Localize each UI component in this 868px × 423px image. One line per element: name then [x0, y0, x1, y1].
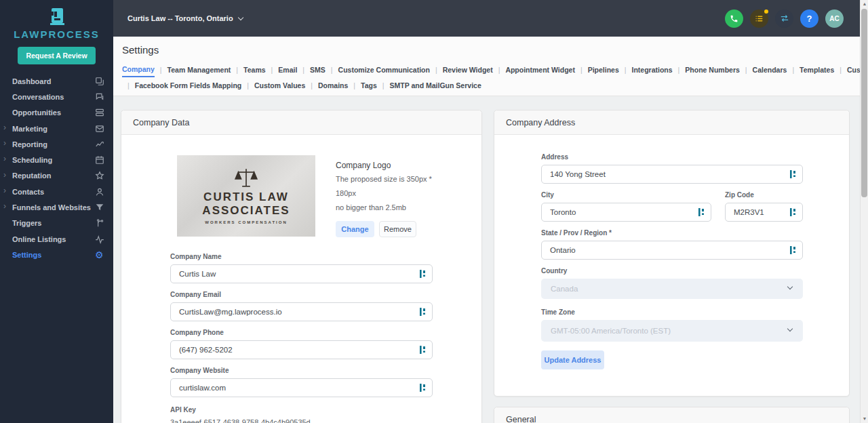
scroll-up-arrow-icon[interactable]: ▲ [861, 0, 868, 8]
topbar: Curtis Law -- Toronto, Ontario ? AC [113, 0, 868, 37]
city-input[interactable] [541, 203, 711, 222]
sidebar-item-settings[interactable]: Settings ⚙ [0, 247, 113, 262]
vertical-scrollbar[interactable]: ▲ ▼ [860, 0, 868, 423]
tab-custom-values[interactable]: Custom Values [241, 81, 305, 92]
update-address-button[interactable]: Update Address [541, 350, 604, 369]
tab-teams[interactable]: Teams [231, 66, 265, 77]
tab-smtp-mailgun[interactable]: SMTP and MailGun Service [377, 81, 481, 92]
location-selector-label: Curtis Law -- Toronto, Ontario [127, 14, 233, 22]
phone-button[interactable] [725, 9, 743, 28]
general-card-title: General [494, 407, 849, 423]
settings-tabs-row1: Company Team Management Teams Email SMS … [122, 65, 868, 77]
sidebar-item-contacts[interactable]: › Contacts [0, 184, 113, 199]
company-name-label: Company Name [170, 253, 433, 260]
company-phone-input[interactable] [170, 340, 433, 359]
company-logo-info: Company Logo The proposed size is 350px … [336, 155, 448, 237]
tab-calendars[interactable]: Calendars [740, 66, 787, 77]
tab-phone-numbers[interactable]: Phone Numbers [673, 66, 740, 77]
autofill-icon [790, 208, 797, 216]
tab-appointment-widget[interactable]: Appointment Widget [493, 66, 575, 77]
autofill-icon [420, 308, 427, 316]
logo-size-hint-1: The proposed size is 350px * [336, 174, 448, 184]
sidebar: LAWPROCESS Request A Review Dashboard Co… [0, 0, 113, 423]
sidebar-item-marketing[interactable]: › Marketing [0, 121, 113, 136]
change-logo-button[interactable]: Change [336, 221, 374, 237]
company-logo-section: CURTIS LAW ASSOCIATES Workers Compensati… [177, 155, 448, 237]
api-key-label: API Key [170, 406, 433, 414]
help-button[interactable]: ? [800, 9, 818, 28]
sidebar-item-triggers[interactable]: Triggers [0, 216, 113, 231]
sidebar-item-opportunities[interactable]: Opportunities [0, 105, 113, 121]
request-review-button[interactable]: Request A Review [18, 47, 96, 64]
chevron-down-icon [787, 326, 793, 331]
opportunities-icon [95, 108, 104, 117]
sidebar-item-dashboard[interactable]: Dashboard [0, 73, 113, 89]
general-card: General [494, 407, 850, 423]
tasks-button[interactable] [750, 9, 768, 28]
brand: LAWPROCESS [0, 0, 113, 40]
scales-of-justice-icon [233, 167, 260, 190]
sidebar-nav: Dashboard Conversations Opportunities › … [0, 73, 113, 263]
tab-tags[interactable]: Tags [348, 81, 376, 92]
tab-integrations[interactable]: Integrations [619, 66, 673, 77]
notification-dot [764, 9, 768, 14]
expand-chevron-icon: › [3, 123, 6, 132]
scrollbar-thumb[interactable] [861, 9, 867, 197]
brand-logo-text: LAWPROCESS [0, 28, 113, 40]
marketing-icon [95, 124, 104, 134]
address-input[interactable] [541, 165, 803, 184]
sidebar-item-online-listings[interactable]: Online Listings [0, 231, 113, 247]
reporting-icon [95, 140, 104, 149]
pulse-icon [95, 235, 104, 244]
tab-sms[interactable]: SMS [297, 66, 326, 77]
lawprocess-logo-icon [47, 7, 67, 27]
company-logo-preview: CURTIS LAW ASSOCIATES Workers Compensati… [177, 155, 315, 237]
country-select[interactable]: Canada [541, 279, 803, 299]
chevron-down-icon [237, 14, 243, 20]
avatar[interactable]: AC [825, 9, 844, 28]
timezone-select[interactable]: GMT-05:00 America/Toronto (EST) [541, 320, 803, 342]
tab-team-management[interactable]: Team Management [155, 66, 231, 77]
tab-pipelines[interactable]: Pipelines [575, 66, 619, 77]
chevron-down-icon [787, 284, 793, 289]
autofill-icon [790, 246, 797, 254]
sidebar-item-funnels[interactable]: › Funnels and Websites [0, 199, 113, 215]
tab-review-widget[interactable]: Review Widget [430, 66, 493, 77]
sidebar-item-scheduling[interactable]: › Scheduling [0, 152, 113, 167]
company-address-card: Company Address Address City Zip Code [494, 110, 850, 397]
company-email-input[interactable] [170, 302, 433, 321]
avatar-initials: AC [829, 15, 839, 22]
address-label: Address [541, 153, 803, 161]
expand-chevron-icon: › [3, 139, 6, 147]
autofill-icon [790, 170, 797, 178]
topbar-icons: ? AC [725, 9, 844, 28]
state-label: State / Prov / Region * [541, 229, 803, 237]
location-selector[interactable]: Curtis Law -- Toronto, Ontario [127, 14, 243, 22]
company-name-input[interactable] [170, 264, 433, 283]
city-label: City [541, 191, 711, 199]
tab-domains[interactable]: Domains [305, 81, 348, 92]
remove-logo-button[interactable]: Remove [379, 221, 416, 237]
sidebar-item-reporting[interactable]: › Reporting [0, 136, 113, 152]
company-website-input[interactable] [170, 378, 433, 397]
tab-customize-communication[interactable]: Customize Communication [326, 66, 430, 77]
swap-arrows-icon [780, 14, 789, 23]
state-input[interactable] [541, 241, 803, 260]
app-window: LAWPROCESS Request A Review Dashboard Co… [0, 0, 868, 423]
reputation-icon [95, 171, 104, 180]
tab-email[interactable]: Email [266, 66, 298, 77]
sidebar-item-conversations[interactable]: Conversations [0, 89, 113, 104]
tab-facebook-form-fields-mapping[interactable]: Facebook Form Fields Mapping [122, 81, 241, 92]
tab-company[interactable]: Company [122, 65, 155, 77]
country-label: Country [541, 267, 803, 275]
logo-size-hint-3: no bigger than 2.5mb [336, 203, 448, 213]
expand-chevron-icon: › [3, 171, 6, 179]
scroll-down-arrow-icon[interactable]: ▼ [861, 415, 868, 423]
company-data-card: Company Data CURTIS LAW ASSOCIATES Worke… [121, 110, 482, 423]
transfer-button[interactable] [775, 9, 793, 28]
phone-icon [730, 14, 738, 23]
sidebar-item-reputation[interactable]: › Reputation [0, 168, 113, 184]
help-icon: ? [807, 14, 812, 24]
tab-templates[interactable]: Templates [787, 66, 834, 77]
settings-tabs-row2: Facebook Form Fields Mapping Custom Valu… [122, 81, 481, 92]
